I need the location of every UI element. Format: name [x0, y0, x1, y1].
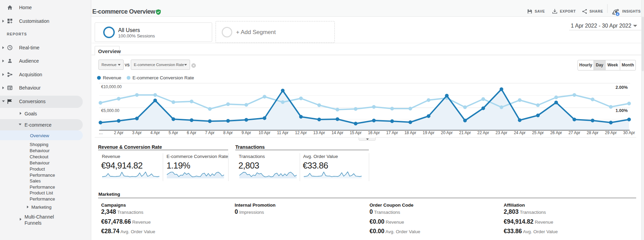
svg-text:14 Apr: 14 Apr [331, 130, 343, 135]
svg-text:7 Apr: 7 Apr [205, 130, 215, 135]
svg-text:29 Apr: 29 Apr [605, 130, 617, 135]
svg-text:27 Apr: 27 Apr [568, 130, 580, 135]
svg-text:…: … [99, 130, 103, 135]
svg-text:3 Apr: 3 Apr [132, 130, 142, 135]
svg-text:18 Apr: 18 Apr [404, 130, 416, 135]
svg-text:4 Apr: 4 Apr [151, 130, 160, 135]
svg-text:11 Apr: 11 Apr [277, 130, 288, 135]
svg-text:6 Apr: 6 Apr [187, 130, 197, 135]
svg-text:2.00%: 2.00% [616, 85, 628, 90]
svg-text:25 Apr: 25 Apr [532, 130, 544, 135]
svg-text:20 Apr: 20 Apr [441, 130, 453, 135]
svg-text:9 Apr: 9 Apr [241, 130, 251, 135]
svg-text:16 Apr: 16 Apr [368, 130, 380, 135]
svg-text:30 Apr: 30 Apr [623, 130, 635, 135]
svg-text:8 Apr: 8 Apr [223, 130, 233, 135]
svg-text:5 Apr: 5 Apr [169, 130, 178, 135]
svg-text:23 Apr: 23 Apr [496, 130, 507, 135]
svg-text:4: 4 [617, 13, 618, 16]
svg-text:26 Apr: 26 Apr [550, 130, 562, 135]
svg-text:12 Apr: 12 Apr [295, 130, 307, 135]
svg-text:€5,000.00: €5,000.00 [101, 108, 120, 113]
svg-text:10 Apr: 10 Apr [258, 130, 270, 135]
svg-text:15 Apr: 15 Apr [350, 130, 362, 135]
svg-text:17 Apr: 17 Apr [386, 130, 398, 135]
svg-text:19 Apr: 19 Apr [423, 130, 435, 135]
svg-text:21 Apr: 21 Apr [459, 130, 471, 135]
svg-text:28 Apr: 28 Apr [587, 130, 599, 135]
svg-text:1.00%: 1.00% [616, 108, 628, 113]
svg-text:22 Apr: 22 Apr [477, 130, 489, 135]
svg-text:€10,000.00: €10,000.00 [101, 84, 122, 89]
svg-text:2 Apr: 2 Apr [114, 130, 123, 135]
svg-text:24 Apr: 24 Apr [514, 130, 526, 135]
svg-text:13 Apr: 13 Apr [313, 130, 325, 135]
